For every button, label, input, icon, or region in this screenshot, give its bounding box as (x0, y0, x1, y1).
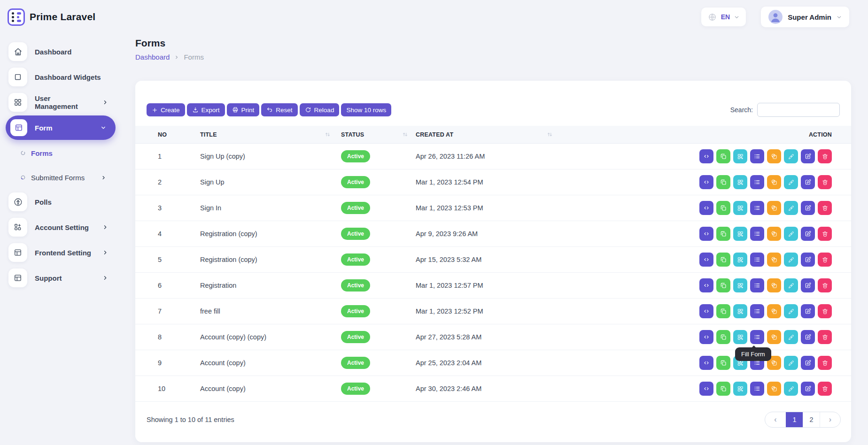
customize-button[interactable] (784, 175, 798, 189)
sidebar-subitem-forms[interactable]: Forms (0, 141, 123, 165)
sort-icon[interactable] (547, 131, 553, 138)
fill-form-button[interactable] (750, 304, 764, 318)
delete-button[interactable] (818, 253, 832, 267)
duplicate-button[interactable] (716, 175, 730, 189)
fill-form-button[interactable] (750, 330, 764, 344)
qr-code-button[interactable] (733, 330, 747, 344)
revoke-button[interactable] (767, 330, 781, 344)
fill-form-button[interactable] (750, 175, 764, 189)
user-menu[interactable]: Super Admin (761, 7, 849, 27)
column-header-no[interactable]: NO (158, 131, 200, 138)
edit-button[interactable] (801, 382, 815, 396)
customize-button[interactable] (784, 330, 798, 344)
delete-button[interactable] (818, 356, 832, 370)
sidebar-item-user-management[interactable]: User Management (0, 90, 123, 115)
delete-button[interactable] (818, 278, 832, 292)
sidebar-item-support[interactable]: Support (0, 266, 123, 290)
reset-button[interactable]: Reset (261, 103, 297, 116)
revoke-button[interactable] (767, 278, 781, 292)
fill-form-button[interactable] (750, 253, 764, 267)
revoke-button[interactable] (767, 304, 781, 318)
duplicate-button[interactable] (716, 382, 730, 396)
duplicate-button[interactable] (716, 278, 730, 292)
revoke-button[interactable] (767, 227, 781, 241)
embed-code-button[interactable] (699, 253, 713, 267)
qr-code-button[interactable] (733, 149, 747, 163)
customize-button[interactable] (784, 201, 798, 215)
customize-button[interactable] (784, 356, 798, 370)
duplicate-button[interactable] (716, 149, 730, 163)
qr-code-button[interactable] (733, 304, 747, 318)
embed-code-button[interactable] (699, 382, 713, 396)
edit-button[interactable] (801, 227, 815, 241)
search-input[interactable] (757, 103, 840, 117)
customize-button[interactable] (784, 149, 798, 163)
page-1-button[interactable]: 1 (786, 412, 803, 427)
column-header-title[interactable]: TITLE (200, 131, 341, 138)
embed-code-button[interactable] (699, 149, 713, 163)
page-2-button[interactable]: 2 (803, 412, 820, 427)
export-button[interactable]: Export (187, 103, 225, 116)
create-button[interactable]: Create (147, 103, 185, 116)
column-header-status[interactable]: STATUS (341, 131, 416, 138)
customize-button[interactable] (784, 253, 798, 267)
delete-button[interactable] (818, 149, 832, 163)
print-button[interactable]: Print (227, 103, 260, 116)
duplicate-button[interactable] (716, 253, 730, 267)
edit-button[interactable] (801, 330, 815, 344)
delete-button[interactable] (818, 227, 832, 241)
edit-button[interactable] (801, 278, 815, 292)
edit-button[interactable] (801, 253, 815, 267)
fill-form-button[interactable] (750, 227, 764, 241)
next-page-button[interactable]: › (820, 412, 840, 427)
fill-form-button[interactable] (750, 278, 764, 292)
duplicate-button[interactable] (716, 227, 730, 241)
sidebar-subitem-submitted-forms[interactable]: Submitted Forms (0, 165, 123, 190)
embed-code-button[interactable] (699, 175, 713, 189)
duplicate-button[interactable] (716, 304, 730, 318)
revoke-button[interactable] (767, 253, 781, 267)
revoke-button[interactable] (767, 175, 781, 189)
duplicate-button[interactable] (716, 330, 730, 344)
sidebar-item-dashboard[interactable]: Dashboard (0, 39, 123, 64)
sort-icon[interactable] (402, 131, 408, 138)
qr-code-button[interactable] (733, 253, 747, 267)
delete-button[interactable] (818, 330, 832, 344)
delete-button[interactable] (818, 175, 832, 189)
embed-code-button[interactable] (699, 278, 713, 292)
edit-button[interactable] (801, 149, 815, 163)
embed-code-button[interactable] (699, 304, 713, 318)
language-selector[interactable]: EN (701, 8, 746, 26)
reload-button[interactable]: Reload (300, 103, 340, 116)
breadcrumb-dashboard-link[interactable]: Dashboard (135, 53, 170, 61)
fill-form-button[interactable] (750, 149, 764, 163)
embed-code-button[interactable] (699, 201, 713, 215)
sidebar-item-account-setting[interactable]: Account Setting (0, 215, 123, 239)
qr-code-button[interactable] (733, 175, 747, 189)
edit-button[interactable] (801, 356, 815, 370)
qr-code-button[interactable] (733, 227, 747, 241)
sort-icon[interactable] (325, 131, 331, 138)
delete-button[interactable] (818, 382, 832, 396)
customize-button[interactable] (784, 278, 798, 292)
brand[interactable]: Prime Laravel (8, 8, 95, 26)
customize-button[interactable] (784, 227, 798, 241)
sidebar-item-polls[interactable]: Polls (0, 190, 123, 214)
sidebar-item-frontend-setting[interactable]: Frontend Setting (0, 240, 123, 265)
qr-code-button[interactable] (733, 278, 747, 292)
embed-code-button[interactable] (699, 330, 713, 344)
column-header-created-at[interactable]: CREATED AT (416, 131, 555, 138)
delete-button[interactable] (818, 201, 832, 215)
revoke-button[interactable] (767, 201, 781, 215)
customize-button[interactable] (784, 382, 798, 396)
prev-page-button[interactable]: ‹ (765, 412, 786, 427)
revoke-button[interactable] (767, 382, 781, 396)
show-rows-button[interactable]: Show 10 rows (341, 103, 391, 116)
sidebar-item-form[interactable]: Form (6, 115, 116, 140)
customize-button[interactable] (784, 304, 798, 318)
qr-code-button[interactable] (733, 382, 747, 396)
fill-form-button[interactable] (750, 201, 764, 215)
duplicate-button[interactable] (716, 201, 730, 215)
sidebar-item-dashboard-widgets[interactable]: Dashboard Widgets (0, 65, 123, 89)
embed-code-button[interactable] (699, 356, 713, 370)
